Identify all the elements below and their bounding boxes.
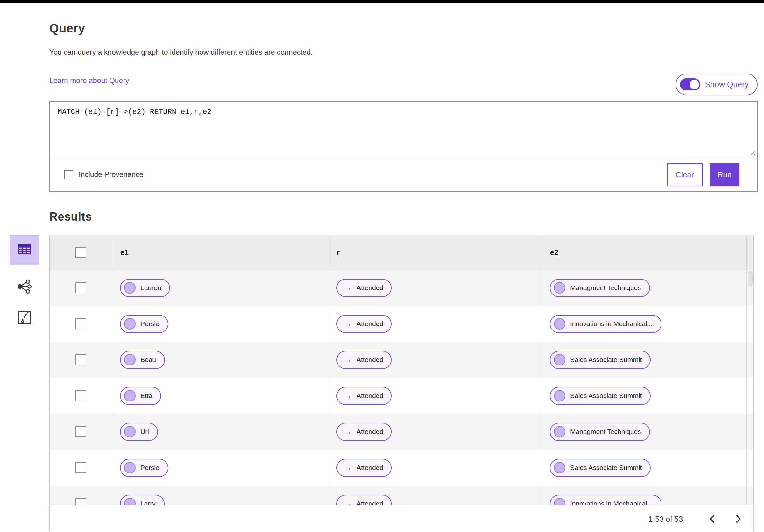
header-cell-e2: e2 (542, 235, 746, 270)
row-select-cell (50, 414, 112, 449)
cell-r: → Attended (328, 378, 542, 414)
map-view-button[interactable] (16, 310, 33, 326)
entity-label: Sales Associate Summit (570, 392, 642, 400)
relation-label: Attended (356, 428, 383, 436)
show-query-toggle[interactable]: Show Query (675, 74, 758, 95)
relation-pill[interactable]: → Attended (336, 423, 392, 441)
entity-pill-e1[interactable]: Lauren (120, 279, 170, 297)
entity-label: Persie (140, 464, 159, 471)
entity-pill-e2[interactable]: Sales Associate Summit (550, 351, 651, 369)
entity-label: Uri (140, 428, 149, 436)
entity-pill-e2[interactable]: Managment Techniques (550, 423, 650, 441)
row-checkbox[interactable] (76, 390, 86, 401)
map-view-icon (16, 309, 33, 327)
cell-r: → Attended (328, 486, 542, 505)
entity-label: Sales Associate Summit (570, 464, 642, 471)
graph-view-icon (16, 278, 33, 296)
header-cell-e1: e1 (112, 235, 328, 270)
relation-pill[interactable]: → Attended (336, 279, 392, 297)
cell-e2: Sales Associate Summit (542, 378, 746, 414)
entity-pill-e1[interactable]: Larry (120, 495, 165, 505)
entity-node-icon (554, 498, 565, 505)
row-select-cell (50, 486, 112, 505)
entity-pill-e1[interactable]: Uri (120, 423, 158, 441)
previous-page-button[interactable] (705, 512, 719, 526)
relation-label: Attended (356, 500, 383, 505)
table-row[interactable]: Lauren → Attended Manag (50, 270, 753, 306)
header-select-cell (50, 235, 112, 270)
row-checkbox[interactable] (76, 462, 86, 473)
row-checkbox[interactable] (76, 426, 86, 437)
chevron-left-icon (708, 514, 716, 525)
cell-e2: Innovations in Mechanical... (542, 306, 746, 342)
include-provenance-checkbox[interactable] (64, 170, 73, 179)
entity-pill-e1[interactable]: Persie (120, 459, 168, 477)
run-button[interactable]: Run (709, 163, 739, 186)
entity-label: Lauren (140, 284, 161, 292)
entity-pill-e2[interactable]: Sales Associate Summit (550, 387, 651, 405)
entity-node-icon (554, 282, 565, 293)
table-row[interactable]: Persie → Attended Innov (50, 306, 753, 342)
results-body: e1 r e2 (49, 235, 764, 532)
row-checkbox[interactable] (76, 498, 86, 505)
entity-pill-e2[interactable]: Sales Associate Summit (550, 459, 651, 477)
row-checkbox[interactable] (76, 282, 86, 293)
table-row[interactable]: Etta → Attended Sales A (50, 378, 753, 414)
relation-label: Attended (356, 392, 383, 400)
relation-label: Attended (356, 356, 383, 364)
row-checkbox[interactable] (76, 354, 86, 365)
entity-pill-e1[interactable]: Beau (120, 351, 165, 369)
scrollbar-gutter (746, 235, 753, 270)
query-toolbar: Include Provenance Clear Run (50, 158, 757, 191)
column-label-r: r (329, 248, 340, 257)
entity-node-icon (124, 318, 136, 329)
table-row[interactable]: Persie → Attended Sales (50, 449, 753, 485)
entity-pill-e2[interactable]: Innovations in Mechanical... (550, 315, 662, 333)
query-input[interactable]: MATCH (e1)-[r]->(e2) RETURN e1,r,e2 (50, 101, 757, 158)
entity-node-icon (554, 318, 565, 329)
entity-pill-e1[interactable]: Persie (120, 315, 168, 333)
table-row[interactable]: Beau → Attended Sales A (50, 342, 753, 378)
entity-node-icon (554, 426, 565, 438)
relation-label: Attended (356, 284, 383, 292)
relation-pill[interactable]: → Attended (336, 315, 392, 333)
toggle-switch-icon[interactable] (680, 78, 700, 90)
scrollbar-gutter (746, 342, 753, 378)
scrollbar-gutter (746, 414, 753, 449)
entity-pill-e2[interactable]: Innovations in Mechanical... (550, 495, 662, 505)
clear-button[interactable]: Clear (667, 163, 702, 186)
row-select-cell (50, 342, 112, 378)
cell-e1: Larry (112, 486, 328, 505)
entity-pill-e1[interactable]: Etta (120, 387, 161, 405)
entity-label: Larry (140, 500, 156, 505)
relation-arrow-icon: → (343, 356, 352, 364)
scrollbar-gutter (746, 486, 753, 505)
cell-r: → Attended (328, 414, 542, 449)
table-row[interactable]: Uri → Attended Managmen (50, 414, 753, 449)
relation-arrow-icon: → (343, 284, 352, 292)
relation-pill[interactable]: → Attended (336, 351, 392, 369)
learn-more-link[interactable]: Learn more about Query (49, 77, 129, 85)
entity-pill-e2[interactable]: Managment Techniques (550, 279, 650, 297)
pagination-range: 1-53 of 53 (649, 515, 683, 524)
table-row[interactable]: Larry → Attended Innova (50, 485, 753, 505)
cell-e2: Sales Associate Summit (542, 450, 746, 485)
cell-e1: Persie (112, 306, 328, 342)
select-all-checkbox[interactable] (76, 247, 86, 258)
relation-pill[interactable]: → Attended (336, 459, 392, 477)
pagination-bar: 1-53 of 53 (49, 505, 754, 532)
vertical-scrollbar-thumb[interactable] (748, 271, 753, 286)
relation-pill[interactable]: → Attended (336, 387, 392, 405)
next-page-button[interactable] (731, 512, 745, 526)
cell-e2: Innovations in Mechanical... (542, 486, 746, 505)
table-view-button[interactable] (10, 235, 39, 265)
chevron-right-icon (734, 514, 742, 525)
scrollbar-gutter (746, 378, 753, 414)
graph-view-button[interactable] (16, 278, 33, 295)
relation-pill[interactable]: → Attended (336, 495, 392, 505)
row-select-cell (50, 270, 112, 306)
relation-arrow-icon: → (343, 392, 352, 400)
cell-r: → Attended (328, 450, 542, 485)
row-select-cell (50, 306, 112, 342)
row-checkbox[interactable] (76, 318, 86, 329)
